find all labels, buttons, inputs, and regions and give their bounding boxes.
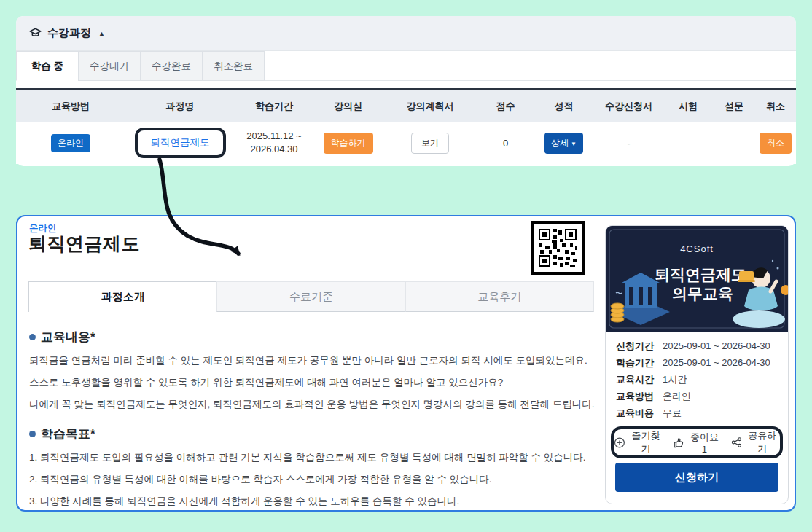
apply-button[interactable]: 신청하기 — [615, 463, 778, 492]
chevron-down-icon: ▼ — [571, 141, 577, 147]
course-title: 퇴직연금제도 — [28, 232, 140, 256]
info-row: 신청기간 2025-09-01 ~ 2026-04-30 — [616, 340, 778, 353]
course-table: 교육방법 과정명 학습기간 강의실 강의계획서 점수 성적 수강신청서 시험 설… — [16, 88, 796, 164]
enrollment-panel: 수강과정 ▲ 학습 중 수강대기 수강완료 취소완료 교육방법 과정명 학습기간… — [16, 16, 796, 166]
like-button[interactable]: 좋아요 1 — [673, 431, 721, 455]
panel-title: 수강과정 — [47, 26, 91, 40]
section-heading: 교육내용* — [29, 329, 596, 345]
cancel-button[interactable]: 취소 — [760, 133, 792, 154]
section-learning-goals: 학습목표* 1. 퇴직연금제도 도입의 필요성을 이해하고 관련 기본 지식을 … — [29, 426, 596, 508]
course-thumbnail: 4CSoft 퇴직연금제도, 의무교육 — [606, 226, 788, 332]
tab-course-intro[interactable]: 과정소개 — [28, 281, 217, 312]
goal-line: 1. 퇴직연금제도 도입의 필요성을 이해하고 관련 기본 지식을 학습함으로써… — [29, 451, 596, 464]
table-header-row: 교육방법 과정명 학습기간 강의실 강의계획서 점수 성적 수강신청서 시험 설… — [16, 90, 796, 122]
info-row: 교육비용 무료 — [616, 407, 778, 420]
annotation-highlight-box: 퇴직연금제도 — [135, 128, 226, 158]
syllabus-view-button[interactable]: 보기 — [411, 133, 449, 154]
tab-cancelled[interactable]: 취소완료 — [202, 51, 265, 81]
goal-line: 3. 다양한 사례를 통해 퇴직연금을 자신에게 적합하게 운용할 수 있는 노… — [29, 495, 596, 508]
exam-cell — [663, 122, 713, 164]
thumbnail-title-line1: 퇴직연금제도, — [655, 266, 751, 283]
classroom-button[interactable]: 학습하기 — [324, 133, 373, 154]
bullet-icon — [29, 334, 36, 340]
action-row-annotation-box: 즐겨찾기 좋아요 1 공유하기 — [611, 426, 783, 458]
favorite-button[interactable]: 즐겨찾기 — [614, 429, 663, 455]
col-classroom: 강의실 — [313, 90, 383, 122]
plus-circle-icon — [614, 437, 625, 449]
col-course-name: 과정명 — [125, 90, 235, 122]
collapse-arrow-icon: ▲ — [98, 30, 105, 37]
thumbnail-title-line2: 의무교육 — [672, 285, 733, 302]
content-line: 스스로 노후생활을 영위할 수 있도록 하기 위한 퇴직연금제도에 대해 과연 … — [29, 376, 596, 389]
tab-learning[interactable]: 학습 중 — [16, 51, 79, 81]
col-score: 점수 — [477, 90, 534, 122]
course-intro-content: 교육내용* 퇴직금을 연금처럼 미리 준비할 수 있는 제도인 퇴직연금 제도가… — [29, 318, 596, 517]
status-tabs: 학습 중 수강대기 수강완료 취소완료 — [16, 51, 796, 81]
section-education-content: 교육내용* 퇴직금을 연금처럼 미리 준비할 수 있는 제도인 퇴직연금 제도가… — [29, 329, 596, 411]
col-cancel: 취소 — [755, 90, 796, 122]
tab-waiting[interactable]: 수강대기 — [78, 51, 141, 81]
col-grade: 성적 — [534, 90, 594, 122]
share-button[interactable]: 공유하기 — [731, 429, 780, 455]
bullet-icon — [29, 431, 36, 437]
tab-completion-criteria[interactable]: 수료기준 — [216, 281, 405, 312]
info-row: 교육방법 온라인 — [616, 390, 778, 403]
section-heading: 학습목표* — [29, 426, 596, 442]
col-period: 학습기간 — [235, 90, 313, 122]
score-value: 0 — [477, 122, 534, 164]
col-application: 수강신청서 — [594, 90, 663, 122]
table-row: 온라인 퇴직연금제도 2025.11.12 ~ 2026.04.30 학습하기 … — [16, 122, 796, 164]
col-syllabus: 강의계획서 — [383, 90, 477, 122]
course-card: 4CSoft 퇴직연금제도, 의무교육 — [605, 225, 789, 504]
col-survey: 설문 — [713, 90, 755, 122]
course-detail-panel: 온라인 퇴직연금제도 과정소개 수료기준 교육후기 — [16, 215, 796, 512]
course-name-link[interactable]: 퇴직연금제도 — [151, 137, 210, 148]
col-method: 교육방법 — [16, 90, 125, 122]
course-info-list: 신청기간 2025-09-01 ~ 2026-04-30 학습기간 2025-0… — [606, 332, 788, 425]
content-line: 퇴직금을 연금처럼 미리 준비할 수 있는 제도인 퇴직연금 제도가 공무원 뿐… — [29, 354, 596, 367]
enrollment-panel-header[interactable]: 수강과정 ▲ — [16, 16, 796, 51]
content-line: 나에게 꼭 맞는 퇴직연금제도는 무엇인지, 퇴직연금제도의 효과적인 운용 방… — [29, 398, 596, 411]
thumbnail-brand: 4CSoft — [680, 243, 714, 254]
period-cell: 2025.11.12 ~ 2026.04.30 — [235, 122, 313, 164]
graduation-cap-icon — [28, 26, 42, 40]
survey-cell — [713, 122, 755, 164]
share-icon — [731, 437, 742, 448]
thumbs-up-icon — [673, 437, 684, 449]
detail-tabs: 과정소개 수료기준 교육후기 — [28, 281, 594, 312]
col-exam: 시험 — [663, 90, 713, 122]
method-badge: 온라인 — [51, 134, 90, 152]
tab-completed[interactable]: 수강완료 — [140, 51, 203, 81]
qr-code-icon — [531, 221, 585, 275]
info-row: 학습기간 2025-09-01 ~ 2026-04-30 — [616, 356, 778, 369]
grade-detail-button[interactable]: 상세▼ — [544, 133, 583, 154]
tab-reviews[interactable]: 교육후기 — [405, 281, 594, 312]
application-value: - — [594, 122, 663, 164]
info-row: 교육시간 1시간 — [616, 373, 778, 386]
goal-line: 2. 퇴직연금의 유형별 특성에 대한 이해를 바탕으로 학습자 스스로에게 가… — [29, 473, 596, 486]
